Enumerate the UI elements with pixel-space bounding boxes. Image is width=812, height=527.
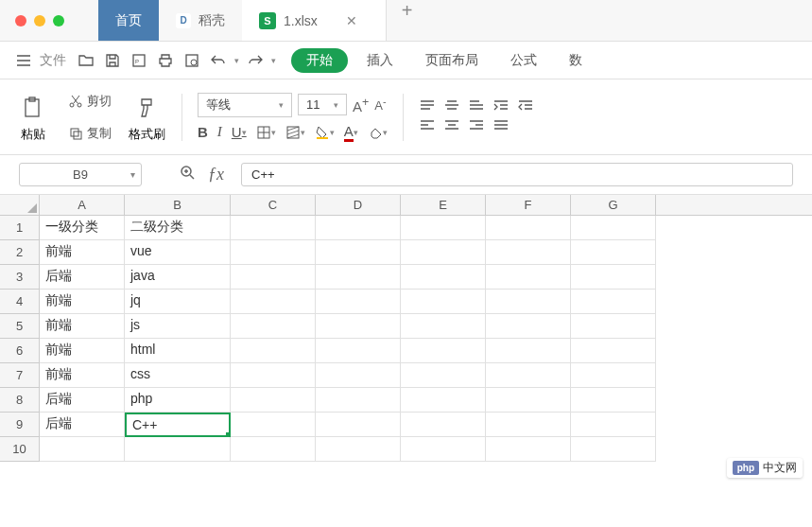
decrease-indent-button[interactable] — [492, 99, 510, 115]
increase-font-button[interactable]: A+ — [353, 96, 369, 114]
increase-indent-button[interactable] — [517, 99, 534, 115]
cell[interactable] — [401, 240, 486, 265]
cell[interactable] — [316, 216, 401, 240]
insert-menu[interactable]: 插入 — [354, 52, 406, 69]
data-menu[interactable]: 数 — [556, 52, 596, 69]
justify-button[interactable] — [492, 119, 510, 135]
cell[interactable] — [401, 339, 486, 363]
undo-icon[interactable] — [208, 50, 229, 71]
col-header-d[interactable]: D — [316, 195, 401, 215]
row-header[interactable]: 8 — [0, 388, 40, 413]
row-header[interactable]: 4 — [0, 290, 40, 314]
row-header[interactable]: 9 — [0, 413, 40, 437]
redo-dropdown[interactable]: ▾ — [271, 56, 276, 65]
row-header[interactable]: 7 — [0, 363, 40, 388]
cell[interactable] — [316, 388, 401, 413]
cell[interactable] — [486, 265, 571, 290]
font-family-select[interactable]: 等线 ▾ — [198, 93, 292, 117]
cell[interactable]: 后端 — [40, 413, 125, 437]
export-pdf-icon[interactable]: P — [129, 50, 149, 71]
docer-tab[interactable]: D 稻壳 — [159, 0, 242, 41]
cell[interactable]: 前端 — [40, 339, 125, 363]
col-header-g[interactable]: G — [571, 195, 656, 215]
cell[interactable] — [316, 437, 401, 462]
cell[interactable]: html — [125, 339, 231, 363]
cell[interactable] — [401, 413, 486, 437]
col-header-e[interactable]: E — [401, 195, 486, 215]
formula-input[interactable]: C++ — [241, 163, 793, 186]
cell[interactable] — [316, 290, 401, 314]
zoom-search-icon[interactable] — [180, 165, 197, 185]
cell[interactable]: js — [125, 314, 231, 339]
cell[interactable] — [571, 388, 656, 413]
cell[interactable] — [486, 437, 571, 462]
page-layout-menu[interactable]: 页面布局 — [412, 52, 492, 69]
border-button[interactable]: ▾ — [256, 125, 276, 140]
formula-menu[interactable]: 公式 — [497, 52, 550, 69]
fx-icon[interactable]: ƒx — [208, 165, 224, 185]
cell[interactable] — [231, 413, 316, 437]
cell[interactable] — [231, 240, 316, 265]
format-painter-button[interactable] — [127, 92, 166, 124]
hamburger-icon[interactable] — [13, 50, 34, 71]
cell[interactable] — [401, 216, 486, 240]
select-all-corner[interactable] — [0, 195, 40, 215]
cell[interactable] — [231, 388, 316, 413]
cell-reference-box[interactable]: B9 ▾ — [19, 163, 142, 186]
cell[interactable] — [316, 339, 401, 363]
minimize-window-button[interactable] — [34, 15, 45, 26]
cell[interactable] — [486, 290, 571, 314]
paste-button[interactable] — [13, 92, 53, 124]
cell[interactable] — [486, 413, 571, 437]
cell[interactable] — [486, 363, 571, 388]
cell[interactable]: 二级分类 — [125, 216, 231, 240]
align-left-button[interactable] — [419, 119, 436, 135]
cell[interactable] — [231, 339, 316, 363]
cell[interactable] — [401, 265, 486, 290]
print-icon[interactable] — [155, 50, 176, 71]
align-middle-button[interactable] — [443, 99, 460, 115]
col-header-c[interactable]: C — [231, 195, 316, 215]
align-top-button[interactable] — [419, 99, 436, 115]
cell[interactable]: 一级分类 — [40, 216, 125, 240]
font-color-button[interactable]: A ▾ — [344, 123, 358, 142]
cell[interactable] — [571, 363, 656, 388]
file-tab[interactable]: S 1.xlsx ✕ — [242, 0, 387, 41]
cell[interactable] — [231, 363, 316, 388]
cell[interactable]: css — [125, 363, 231, 388]
cell[interactable]: vue — [125, 240, 231, 265]
bold-button[interactable]: B — [198, 124, 208, 140]
cell[interactable]: 前端 — [40, 240, 125, 265]
cell[interactable] — [571, 290, 656, 314]
cell[interactable] — [571, 437, 656, 462]
cell[interactable] — [125, 437, 231, 462]
copy-button[interactable]: 复制 — [64, 123, 115, 144]
cell[interactable] — [231, 290, 316, 314]
cell[interactable]: 前端 — [40, 314, 125, 339]
save-icon[interactable] — [102, 50, 123, 71]
cell[interactable] — [316, 265, 401, 290]
col-header-b[interactable]: B — [125, 195, 231, 215]
undo-dropdown[interactable]: ▾ — [234, 56, 239, 65]
cell[interactable] — [401, 363, 486, 388]
underline-button[interactable]: U ▾ — [232, 124, 247, 140]
cell[interactable] — [571, 413, 656, 437]
cell[interactable] — [486, 339, 571, 363]
font-size-select[interactable]: 11 ▾ — [298, 94, 347, 115]
tab-window-icon[interactable] — [325, 11, 333, 30]
cell[interactable]: C++ — [125, 413, 231, 437]
open-folder-icon[interactable] — [76, 50, 96, 71]
row-header[interactable]: 10 — [0, 437, 40, 462]
align-bottom-button[interactable] — [468, 99, 485, 115]
cell[interactable]: jq — [125, 290, 231, 314]
row-header[interactable]: 6 — [0, 339, 40, 363]
cell[interactable] — [401, 290, 486, 314]
row-header[interactable]: 5 — [0, 314, 40, 339]
row-header[interactable]: 2 — [0, 240, 40, 265]
cell[interactable]: 前端 — [40, 290, 125, 314]
cell[interactable] — [401, 388, 486, 413]
print-preview-icon[interactable] — [181, 50, 202, 71]
cell[interactable] — [571, 339, 656, 363]
cell[interactable] — [231, 314, 316, 339]
fill-color-button[interactable]: ▾ — [315, 125, 335, 140]
